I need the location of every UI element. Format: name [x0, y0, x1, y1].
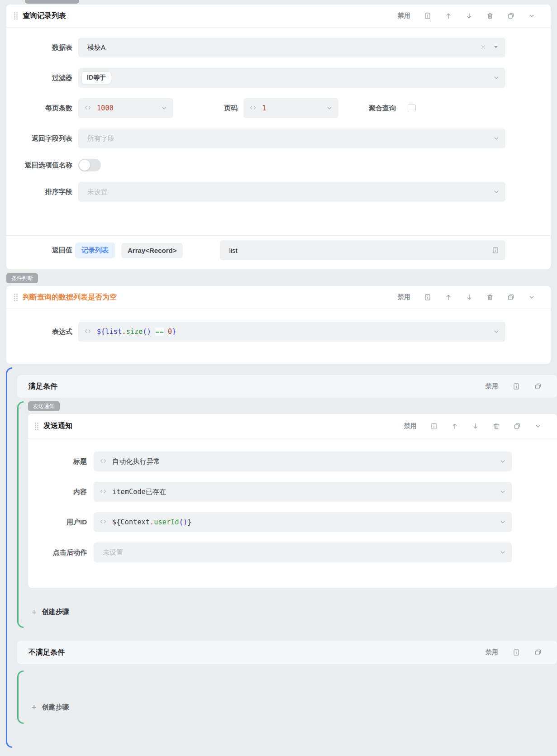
- select-caret-icon[interactable]: [493, 44, 499, 52]
- card-header: 发送通知 禁用: [28, 414, 557, 438]
- branch-bracket-green: [17, 401, 24, 628]
- page-no-value: 1: [262, 104, 266, 112]
- note-icon[interactable]: [430, 423, 438, 430]
- move-up-icon[interactable]: [451, 423, 458, 430]
- delete-icon[interactable]: [486, 294, 494, 301]
- notify-title-input[interactable]: 自动化执行异常: [94, 452, 512, 471]
- chevron-down-icon: [326, 105, 333, 113]
- table-select[interactable]: 模块A: [78, 38, 505, 57]
- clipped-step-tag: [25, 0, 79, 4]
- step-type-tag-condition: 条件判断: [6, 273, 38, 283]
- copy-icon[interactable]: [534, 383, 542, 390]
- collapse-icon[interactable]: [528, 12, 535, 19]
- card-title: 发送通知: [43, 421, 72, 431]
- return-fields-placeholder: 所有字段: [87, 134, 114, 143]
- collapse-icon[interactable]: [528, 294, 535, 301]
- return-variable-value: list: [229, 247, 237, 254]
- field-label-title: 标题: [28, 457, 87, 466]
- chevron-down-icon: [493, 328, 500, 337]
- delete-icon[interactable]: [493, 423, 500, 430]
- copy-icon[interactable]: [507, 12, 514, 19]
- disable-button[interactable]: 禁用: [398, 293, 410, 301]
- click-action-select[interactable]: 未设置: [94, 542, 512, 562]
- expression-input[interactable]: ${list.size() == 0}: [78, 322, 505, 342]
- filter-select[interactable]: ID等于: [78, 68, 505, 88]
- field-label-return-option: 返回选项值名称: [6, 161, 72, 170]
- code-icon: [100, 457, 107, 466]
- code-icon: [100, 488, 107, 496]
- chevron-down-icon: [493, 74, 500, 83]
- field-label-return-fields: 返回字段列表: [6, 134, 72, 143]
- card-title: 查询记录列表: [23, 11, 66, 21]
- notify-content-value: itemCode已存在: [112, 488, 166, 496]
- notify-content-input[interactable]: itemCode已存在: [94, 482, 512, 502]
- return-option-toggle[interactable]: [78, 159, 101, 171]
- drag-handle-icon[interactable]: [14, 293, 18, 301]
- note-icon[interactable]: [424, 294, 431, 301]
- return-type-signature: Array<Record>: [121, 243, 183, 258]
- move-down-icon[interactable]: [466, 12, 473, 19]
- plus-icon: +: [32, 704, 37, 712]
- move-down-icon[interactable]: [472, 423, 479, 430]
- copy-icon[interactable]: [507, 294, 514, 301]
- drag-handle-icon[interactable]: [14, 12, 18, 20]
- branch-header-false: 不满足条件 禁用: [17, 641, 557, 664]
- disable-button[interactable]: 禁用: [486, 382, 498, 390]
- sort-field-select[interactable]: 未设置: [78, 182, 505, 202]
- move-up-icon[interactable]: [445, 294, 452, 301]
- disable-button[interactable]: 禁用: [398, 12, 410, 20]
- step-card-query-records: 查询记录列表 禁用 数据表 模块A 过滤器: [6, 5, 551, 269]
- aggregate-checkbox[interactable]: [408, 104, 416, 112]
- code-icon: [100, 518, 107, 527]
- sort-placeholder: 未设置: [87, 188, 108, 196]
- move-down-icon[interactable]: [466, 294, 473, 301]
- notify-user-id-input[interactable]: ${Context.userId()}: [94, 512, 512, 532]
- note-icon[interactable]: [513, 649, 520, 656]
- branch-true-steps: 发送通知 发送通知 禁用: [17, 401, 557, 628]
- chevron-down-icon: [493, 188, 500, 197]
- code-icon: [84, 328, 91, 336]
- create-step-label: 创建步骤: [42, 703, 69, 712]
- copy-icon[interactable]: [514, 423, 521, 430]
- collapse-icon[interactable]: [534, 423, 542, 430]
- field-label-filter: 过滤器: [6, 74, 72, 82]
- note-icon[interactable]: [513, 383, 520, 390]
- branch-toolbar: 禁用: [486, 648, 542, 656]
- table-value: 模块A: [87, 43, 105, 52]
- clear-icon[interactable]: [480, 44, 486, 52]
- notify-title-value: 自动化执行异常: [112, 457, 160, 466]
- document-icon[interactable]: [492, 247, 499, 255]
- step-type-tag-notify: 发送通知: [28, 401, 60, 411]
- branch-title: 不满足条件: [29, 648, 65, 657]
- field-label-table: 数据表: [6, 43, 72, 52]
- copy-icon[interactable]: [534, 649, 542, 656]
- return-fields-select[interactable]: 所有字段: [78, 128, 505, 148]
- disable-button[interactable]: 禁用: [404, 422, 417, 430]
- field-label-click-action: 点击后动作: [28, 548, 87, 557]
- create-step-button-false[interactable]: + 创建步骤: [32, 703, 557, 712]
- drag-handle-icon[interactable]: [34, 422, 39, 430]
- card-title: 判断查询的数据列表是否为空: [23, 293, 117, 302]
- field-label-page-size: 每页条数: [6, 104, 72, 113]
- page-size-select[interactable]: 1000: [78, 98, 173, 118]
- filter-chip[interactable]: ID等于: [81, 71, 111, 84]
- disable-button[interactable]: 禁用: [486, 648, 498, 656]
- step-card-condition: 判断查询的数据列表是否为空 禁用 表达式 ${list.size() == 0}: [6, 286, 551, 364]
- field-label-content: 内容: [28, 488, 87, 496]
- note-icon[interactable]: [424, 12, 431, 19]
- return-type-tag: 记录列表: [75, 242, 115, 258]
- card-header: 判断查询的数据列表是否为空 禁用: [6, 286, 551, 309]
- notify-user-id-code: ${Context.userId()}: [112, 518, 191, 526]
- condition-branch-group: 满足条件 禁用 发送通知 发送通知 禁用: [6, 367, 557, 748]
- card-toolbar: 禁用: [404, 422, 542, 430]
- return-variable-input[interactable]: list: [220, 240, 505, 260]
- chevron-down-icon: [499, 518, 506, 527]
- chevron-down-icon: [161, 105, 168, 113]
- delete-icon[interactable]: [486, 12, 494, 19]
- code-icon: [249, 104, 257, 113]
- chevron-down-icon: [499, 458, 506, 466]
- page-no-select[interactable]: 1: [243, 98, 338, 118]
- move-up-icon[interactable]: [445, 12, 452, 19]
- create-step-button-true[interactable]: + 创建步骤: [32, 608, 557, 616]
- field-label-sort: 排序字段: [6, 188, 72, 196]
